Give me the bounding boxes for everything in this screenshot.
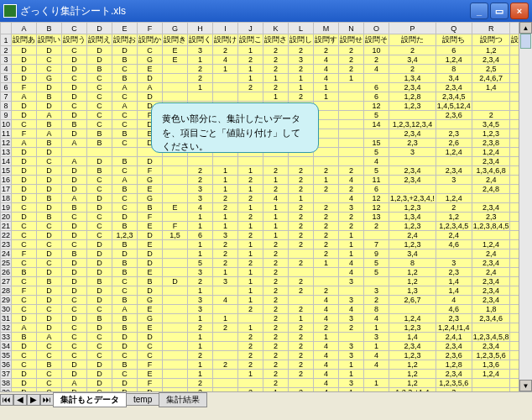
data-cell[interactable]: C	[62, 296, 87, 305]
data-cell[interactable]	[163, 213, 188, 222]
col-header[interactable]: N	[339, 23, 364, 34]
data-cell[interactable]: D	[87, 157, 112, 166]
data-cell[interactable]: 1	[213, 213, 238, 222]
data-cell[interactable]: 1	[263, 213, 289, 222]
data-cell[interactable]	[289, 249, 314, 259]
data-cell[interactable]: 4	[339, 305, 364, 314]
data-cell[interactable]: 2	[213, 194, 238, 203]
data-cell[interactable]	[163, 240, 188, 249]
data-cell[interactable]: 1	[188, 314, 213, 323]
data-cell[interactable]: B	[37, 92, 62, 102]
data-cell[interactable]: 1	[314, 83, 339, 92]
data-cell[interactable]: 2	[263, 240, 289, 249]
data-cell[interactable]	[436, 120, 472, 129]
data-cell[interactable]: 2	[238, 360, 263, 370]
col-header[interactable]: O	[364, 23, 389, 34]
data-cell[interactable]	[163, 176, 188, 185]
data-cell[interactable]: 3	[436, 259, 472, 268]
data-cell[interactable]: F	[12, 83, 37, 92]
data-cell[interactable]: 2	[314, 213, 339, 222]
row-header[interactable]: 2	[1, 46, 12, 55]
data-cell[interactable]: 2,3,4	[389, 83, 436, 92]
row-header[interactable]: 25	[1, 259, 12, 268]
row-header[interactable]: 26	[1, 268, 12, 277]
data-cell[interactable]	[314, 194, 339, 203]
data-cell[interactable]	[213, 305, 238, 314]
col-header[interactable]: L	[289, 23, 314, 34]
row-header[interactable]: 33	[1, 333, 12, 342]
data-cell[interactable]: 1	[238, 74, 263, 83]
data-cell[interactable]: 1	[213, 185, 238, 194]
data-cell[interactable]: 3,4	[389, 249, 436, 259]
data-cell[interactable]: C	[37, 342, 62, 351]
data-cell[interactable]: 3	[213, 277, 238, 286]
data-cell[interactable]: C	[87, 102, 112, 111]
data-cell[interactable]: 6	[188, 231, 213, 240]
data-cell[interactable]: 2	[263, 277, 289, 286]
data-cell[interactable]: 1,2,4	[472, 240, 510, 249]
data-cell[interactable]	[339, 333, 364, 342]
data-cell[interactable]: B	[62, 120, 87, 129]
data-cell[interactable]: D	[112, 46, 138, 55]
row-header[interactable]: 16	[1, 176, 12, 185]
data-cell[interactable]: 1	[263, 92, 289, 102]
col-header[interactable]: C	[62, 23, 87, 34]
col-header[interactable]: G	[163, 23, 188, 34]
data-cell[interactable]: E	[138, 370, 163, 379]
data-cell[interactable]: 4	[314, 305, 339, 314]
data-cell[interactable]: 2	[339, 65, 364, 74]
data-cell[interactable]: C	[87, 74, 112, 83]
data-cell[interactable]: D	[87, 259, 112, 268]
data-cell[interactable]: C	[37, 240, 62, 249]
data-cell[interactable]: 2	[289, 222, 314, 231]
data-cell[interactable]: 2	[263, 314, 289, 323]
data-cell[interactable]: F	[12, 249, 37, 259]
data-cell[interactable]: D	[37, 268, 62, 277]
data-cell[interactable]: 1	[188, 55, 213, 65]
data-cell[interactable]: D	[87, 194, 112, 203]
data-cell[interactable]: 1,4	[436, 286, 472, 296]
data-cell[interactable]: 4	[314, 74, 339, 83]
data-cell[interactable]: D	[62, 231, 87, 240]
data-cell[interactable]: B	[37, 277, 62, 286]
data-cell[interactable]	[289, 379, 314, 388]
data-cell[interactable]: D	[12, 65, 37, 74]
data-cell[interactable]	[472, 323, 510, 333]
data-cell[interactable]: 1	[213, 166, 238, 176]
data-cell[interactable]: C	[62, 240, 87, 249]
data-cell[interactable]: B	[138, 277, 163, 286]
data-cell[interactable]	[163, 360, 188, 370]
data-cell[interactable]: 2	[314, 185, 339, 194]
data-cell[interactable]: D	[87, 296, 112, 305]
data-cell[interactable]: 2	[263, 351, 289, 360]
row-header[interactable]: 17	[1, 185, 12, 194]
row-header[interactable]: 19	[1, 203, 12, 213]
row-header[interactable]: 28	[1, 286, 12, 296]
tab-last-icon[interactable]: ⏭	[40, 394, 54, 406]
data-cell[interactable]: 1	[238, 268, 263, 277]
col-header[interactable]: J	[238, 23, 263, 34]
data-cell[interactable]: 2	[263, 83, 289, 92]
data-cell[interactable]	[238, 379, 263, 388]
row-header[interactable]: 10	[1, 120, 12, 129]
data-cell[interactable]: D	[62, 185, 87, 194]
data-cell[interactable]: D	[87, 370, 112, 379]
data-cell[interactable]: 2	[389, 46, 436, 55]
data-cell[interactable]	[339, 139, 364, 148]
data-cell[interactable]: E	[138, 240, 163, 249]
row-header[interactable]: 35	[1, 351, 12, 360]
data-cell[interactable]: 13	[364, 213, 389, 222]
data-cell[interactable]: 3	[339, 342, 364, 351]
data-cell[interactable]: D	[12, 342, 37, 351]
data-cell[interactable]: D	[87, 46, 112, 55]
col-header[interactable]: K	[263, 23, 289, 34]
data-cell[interactable]: D	[87, 379, 112, 388]
data-cell[interactable]: B	[112, 323, 138, 333]
row-header[interactable]: 21	[1, 222, 12, 231]
data-cell[interactable]: 2	[314, 203, 339, 213]
data-cell[interactable]: 3	[436, 176, 472, 185]
data-cell[interactable]	[339, 286, 364, 296]
data-cell[interactable]: 11	[364, 176, 389, 185]
data-cell[interactable]: 3	[364, 286, 389, 296]
data-cell[interactable]	[389, 185, 436, 194]
